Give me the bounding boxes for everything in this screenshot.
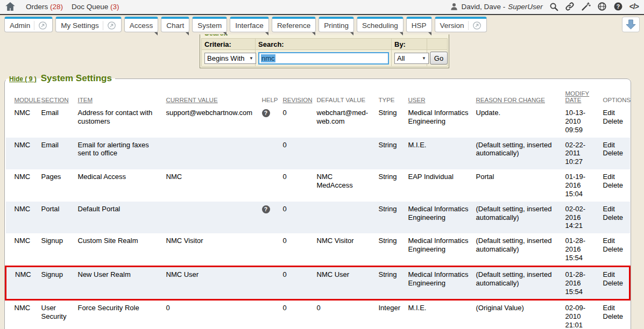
tab-label: Reference <box>277 22 310 30</box>
column-header-item[interactable]: ITEM <box>76 89 164 105</box>
criteria-select[interactable]: Begins With ▼ <box>204 53 256 64</box>
tab-label: HSP <box>412 22 427 30</box>
cell-section: Signup <box>39 266 76 300</box>
edit-link[interactable]: Edit <box>603 270 625 279</box>
cell-options: EditDelete <box>601 105 630 138</box>
cell-reason: Portal <box>474 169 563 202</box>
user-role: SuperUser <box>508 3 543 11</box>
tab-scheduling[interactable]: Scheduling <box>357 17 404 32</box>
cell-reason: (Default setting, inserted automatically… <box>474 138 563 170</box>
cell-current: NMC User <box>164 266 260 300</box>
edit-link[interactable]: Edit <box>603 304 626 312</box>
cell-type: Integer <box>377 300 406 329</box>
edit-link[interactable]: Edit <box>603 109 626 117</box>
edit-link[interactable]: Edit <box>603 237 626 245</box>
page-title: System Settings <box>41 73 112 84</box>
chevron-down-icon: ▼ <box>249 56 253 61</box>
topbar-link-doc-queue[interactable]: Doc Queue (3) <box>72 3 119 11</box>
edit-link[interactable]: Edit <box>603 205 626 213</box>
delete-link[interactable]: Delete <box>603 279 625 288</box>
delete-link[interactable]: Delete <box>603 149 626 158</box>
table-row: NMCSignupCustom Site RealmNMC Visitor0NM… <box>6 233 630 266</box>
tab-label: Access <box>130 22 153 30</box>
svg-text:?: ? <box>617 3 620 10</box>
open-in-new-window-icon[interactable] <box>34 21 47 30</box>
tab-chart[interactable]: Chart <box>161 17 189 32</box>
topbar: Orders (28) Doc Queue (3) David, Dave - … <box>0 0 644 15</box>
table-row: NMCEmailAddress for contact with custome… <box>6 105 630 138</box>
column-header-help: HELP <box>260 89 281 105</box>
tab-label: Version <box>440 22 464 30</box>
tab-version[interactable]: Version <box>435 17 487 32</box>
column-header-current-value[interactable]: CURRENT VALUE <box>164 89 260 105</box>
tab-my-settings[interactable]: My Settings <box>55 17 122 32</box>
download-button[interactable] <box>622 17 640 32</box>
tab-label: Interface <box>235 22 264 30</box>
cell-user: Medical Informatics Engineering <box>406 105 474 138</box>
tab-reference[interactable]: Reference <box>272 17 316 32</box>
delete-link[interactable]: Delete <box>603 117 626 126</box>
cell-revision: 0 <box>281 202 315 234</box>
delete-link[interactable]: Delete <box>603 213 626 222</box>
help-icon[interactable]: ? <box>262 109 270 117</box>
tab-printing[interactable]: Printing <box>319 17 354 32</box>
cell-item: Force Security Role <box>76 300 164 329</box>
search-input[interactable]: nmc <box>258 52 389 65</box>
cell-item: New User Realm <box>76 266 164 300</box>
cell-default: NMC Visitor <box>315 233 377 266</box>
delete-link[interactable]: Delete <box>603 181 626 190</box>
column-header-module[interactable]: MODULE <box>6 89 39 105</box>
by-label: By: <box>392 39 427 50</box>
column-header-options: OPTIONS <box>601 89 630 105</box>
wand-icon[interactable] <box>581 2 591 11</box>
criteria-label: Criteria: <box>202 39 256 50</box>
tab-access[interactable]: Access <box>124 17 159 32</box>
user-name: David, Dave - <box>461 3 505 11</box>
cell-options: EditDelete <box>601 169 630 202</box>
search-icon[interactable] <box>549 2 558 11</box>
settings-table-body: NMCEmailAddress for contact with custome… <box>6 105 630 329</box>
column-header-section[interactable]: SECTION <box>39 89 76 105</box>
topbar-link-orders[interactable]: Orders (28) <box>26 3 63 11</box>
cell-revision: 0 <box>281 138 315 170</box>
cell-section: Signup <box>39 233 76 266</box>
cell-date: 01-19- 2016 15:04 <box>563 169 601 202</box>
tab-label: Admin <box>10 22 30 30</box>
column-header-reason-for-change[interactable]: REASON FOR CHANGE <box>474 89 563 105</box>
open-in-new-window-icon[interactable] <box>468 21 482 30</box>
tab-interface[interactable]: Interface <box>230 17 269 32</box>
cell-reason: (Original Value) <box>474 300 563 329</box>
column-header-revision[interactable]: REVISION <box>281 89 315 105</box>
column-header-modify-date[interactable]: MODIFY DATE <box>563 89 601 105</box>
column-header-user[interactable]: USER <box>406 89 474 105</box>
code-icon[interactable]: </> <box>629 2 639 11</box>
tab-hsp[interactable]: HSP <box>406 17 432 32</box>
cell-user: Medical Informatics Engineering <box>406 266 474 300</box>
tab-label: My Settings <box>61 22 99 30</box>
cell-help: ? <box>260 105 281 138</box>
globe-icon[interactable] <box>597 2 607 11</box>
delete-link[interactable]: Delete <box>603 312 626 321</box>
link-icon[interactable] <box>565 2 575 11</box>
home-icon[interactable] <box>5 2 15 11</box>
go-button[interactable]: Go <box>430 52 448 65</box>
user-menu[interactable]: David, Dave - SuperUser <box>450 2 542 11</box>
cell-module: NMC <box>6 233 39 266</box>
help-circle-icon[interactable]: ? <box>613 2 623 11</box>
cell-help <box>260 169 281 202</box>
tab-system[interactable]: System <box>192 17 227 32</box>
edit-link[interactable]: Edit <box>603 141 626 149</box>
by-select[interactable]: All ▼ <box>394 53 429 64</box>
cell-user: M.I.E. <box>406 138 474 170</box>
open-in-new-window-icon[interactable] <box>103 21 116 30</box>
cell-options: EditDelete <box>601 300 630 329</box>
cell-section: Pages <box>39 169 76 202</box>
hide-link[interactable]: Hide ( 9 ) <box>9 75 37 83</box>
tab-admin[interactable]: Admin <box>4 17 53 32</box>
cell-section: Email <box>39 138 76 170</box>
cell-section: Portal <box>39 202 76 234</box>
cell-default: NMC MedAccess <box>315 169 377 202</box>
delete-link[interactable]: Delete <box>603 245 626 254</box>
help-icon[interactable]: ? <box>262 205 270 213</box>
edit-link[interactable]: Edit <box>603 173 626 181</box>
